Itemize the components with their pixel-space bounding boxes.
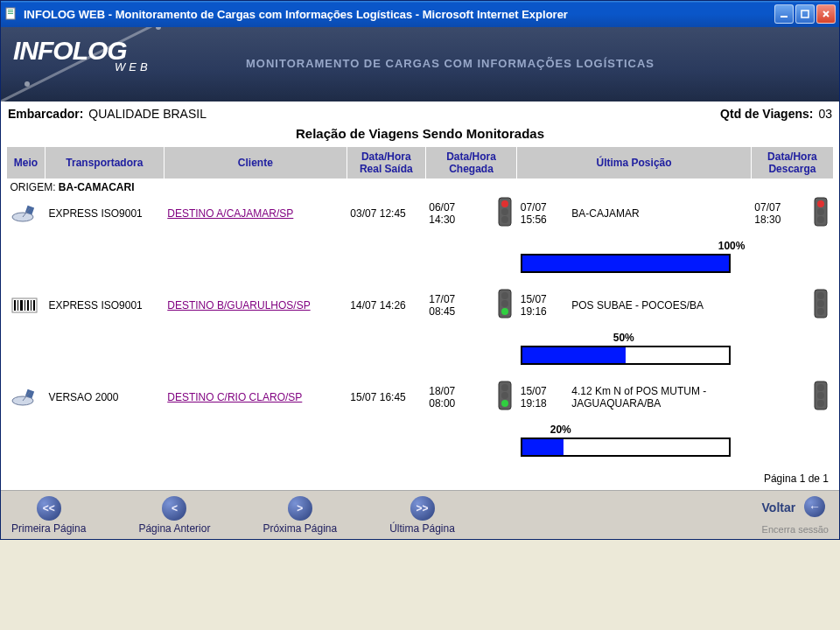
descarga-cell xyxy=(751,287,809,323)
cliente-link[interactable]: DESTINO B/GUARULHOS/SP xyxy=(167,299,310,312)
descarga-cell xyxy=(751,379,809,415)
pos-time-cell: 07/0715:56 xyxy=(517,195,569,231)
brand-sub: WEB xyxy=(115,60,151,74)
pos-text-cell: 4.12 Km N of POS MUTUM - JAGUAQUARA/BA xyxy=(568,379,751,415)
svg-rect-3 xyxy=(8,13,13,14)
cliente-link[interactable]: DESTINO A/CAJAMAR/SP xyxy=(167,207,293,220)
page-content: Embarcador: QUALIDADE BRASIL Qtd de Viag… xyxy=(1,102,839,490)
svg-point-14 xyxy=(501,200,508,207)
pos-time-cell: 15/0719:16 xyxy=(517,287,569,323)
trip-row: VERSAO 2000DESTINO C/RIO CLARO/SP15/07 1… xyxy=(7,379,834,415)
pos-text-cell: BA-CAJAMAR xyxy=(568,195,751,231)
svg-rect-22 xyxy=(14,300,16,311)
saida-cell: 03/07 12:45 xyxy=(346,195,425,231)
progress-wrap: 20% xyxy=(521,416,830,469)
chegada-cell: 06/0714:30 xyxy=(425,195,493,231)
svg-point-15 xyxy=(501,208,508,215)
svg-point-8 xyxy=(24,81,30,87)
qtd-viagens-label: Qtd de Viagens: xyxy=(720,107,813,121)
svg-rect-23 xyxy=(18,300,18,311)
embarcador-label: Embarcador: xyxy=(8,107,83,121)
close-button[interactable] xyxy=(816,4,836,24)
svg-rect-5 xyxy=(802,10,808,18)
last-page-icon: >> xyxy=(410,496,435,521)
origin-label: ORIGEM: xyxy=(10,181,56,193)
svg-point-35 xyxy=(817,300,824,307)
trip-row: EXPRESS ISO9001DESTINO B/GUARULHOS/SP14/… xyxy=(7,287,834,323)
transportadora-cell: EXPRESS ISO9001 xyxy=(45,195,164,231)
chegada-light-icon xyxy=(494,379,517,415)
progress-bar xyxy=(521,438,731,457)
chegada-cell: 18/0708:00 xyxy=(425,379,493,415)
transportadora-cell: EXPRESS ISO9001 xyxy=(45,287,164,323)
svg-rect-1 xyxy=(8,10,13,10)
chegada-light-icon xyxy=(494,287,517,323)
meio-icon xyxy=(7,195,46,231)
saida-cell: 15/07 16:45 xyxy=(346,379,425,415)
svg-rect-28 xyxy=(33,300,35,311)
meio-icon xyxy=(7,379,46,415)
next-page-button[interactable]: > Próxima Página xyxy=(262,496,337,535)
svg-point-45 xyxy=(817,384,824,391)
svg-point-20 xyxy=(817,216,824,223)
svg-point-34 xyxy=(817,292,824,299)
transportadora-cell: VERSAO 2000 xyxy=(45,379,164,415)
back-arrow-icon: ← xyxy=(804,496,825,517)
progress-fill xyxy=(522,256,729,271)
svg-point-30 xyxy=(501,292,508,299)
titlebar: INFOLOG WEB - Monitoramento de Cargas co… xyxy=(1,1,839,27)
saida-cell: 14/07 14:26 xyxy=(346,287,425,323)
voltar-button[interactable]: Voltar ← xyxy=(762,496,829,519)
svg-point-16 xyxy=(501,216,508,223)
encerra-sessao-link[interactable]: Encerra sessão xyxy=(762,524,829,535)
embarcador-value: QUALIDADE BRASIL xyxy=(88,107,206,121)
prev-page-icon: < xyxy=(162,496,186,521)
svg-point-31 xyxy=(501,300,508,307)
col-descarga: Data/Hora Descarga xyxy=(751,147,833,179)
cliente-link[interactable]: DESTINO C/RIO CLARO/SP xyxy=(167,391,302,403)
svg-point-47 xyxy=(817,400,824,407)
first-page-button[interactable]: << Primeira Página xyxy=(11,496,86,535)
svg-point-18 xyxy=(817,200,824,207)
maximize-button[interactable] xyxy=(795,4,815,24)
section-title: Relação de Viagens Sendo Monitoradas xyxy=(6,122,834,146)
descarga-light-icon xyxy=(809,379,833,415)
col-meio: Meio xyxy=(7,147,46,179)
progress-percent: 50% xyxy=(613,332,634,344)
svg-point-46 xyxy=(817,392,824,399)
svg-rect-27 xyxy=(31,300,32,311)
svg-rect-24 xyxy=(20,300,23,311)
trip-row: EXPRESS ISO9001DESTINO A/CAJAMAR/SP03/07… xyxy=(7,195,834,231)
svg-point-32 xyxy=(501,308,508,315)
brand-banner: INFOLOG WEB MONITORAMENTO DE CARGAS COM … xyxy=(1,27,839,102)
next-page-icon: > xyxy=(288,496,312,521)
footer-nav: << Primeira Página < Página Anterior > P… xyxy=(1,490,839,539)
last-page-button[interactable]: >> Última Página xyxy=(389,496,455,535)
page-number: Página 1 de 1 xyxy=(6,471,834,488)
svg-rect-2 xyxy=(8,11,13,12)
progress-fill xyxy=(522,439,564,455)
progress-wrap: 100% xyxy=(521,233,830,285)
progress-row: 20% xyxy=(7,415,834,471)
brand-slogan: MONITORAMENTO DE CARGAS COM INFORMAÇÕES … xyxy=(246,57,654,70)
trips-table: Meio Transportadora Cliente Data/Hora Re… xyxy=(6,146,834,471)
prev-page-label: Página Anterior xyxy=(138,522,210,535)
first-page-icon: << xyxy=(37,496,61,521)
origin-row: ORIGEM: BA-CAMACARI xyxy=(7,179,834,196)
chegada-cell: 17/0708:45 xyxy=(425,287,493,323)
progress-bar xyxy=(521,254,731,273)
origin-value: BA-CAMACARI xyxy=(59,181,135,193)
col-cliente: Cliente xyxy=(164,147,346,179)
prev-page-button[interactable]: < Página Anterior xyxy=(138,496,210,535)
svg-rect-4 xyxy=(780,16,788,18)
first-page-label: Primeira Página xyxy=(11,522,86,535)
minimize-button[interactable] xyxy=(774,4,794,24)
svg-rect-25 xyxy=(24,300,25,311)
svg-rect-26 xyxy=(27,300,29,311)
progress-percent: 20% xyxy=(550,424,571,436)
next-page-label: Próxima Página xyxy=(262,522,337,535)
svg-point-36 xyxy=(817,308,824,315)
page-icon xyxy=(4,7,18,21)
progress-wrap: 50% xyxy=(521,325,830,377)
descarga-light-icon xyxy=(809,195,833,231)
